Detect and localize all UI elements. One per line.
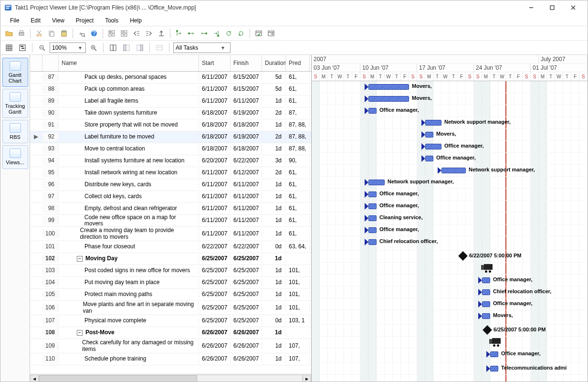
cell-start[interactable]: 6/11/2007 — [199, 180, 231, 189]
collapse-all-icon[interactable] — [118, 28, 130, 39]
gantt-bar[interactable] — [490, 351, 498, 357]
cell-predecessors[interactable]: 61, — [286, 192, 310, 201]
gantt-bar[interactable] — [368, 191, 377, 197]
cell-name[interactable]: Put moving day team in place — [59, 278, 199, 286]
cell-finish[interactable]: 6/18/2007 — [231, 145, 262, 153]
cell-name[interactable]: Protect main moving paths — [59, 290, 199, 298]
outdent-icon[interactable] — [131, 28, 142, 39]
cell-finish[interactable]: 6/25/2007 — [231, 255, 262, 263]
link-end-icon[interactable] — [210, 28, 222, 39]
cell-predecessors[interactable]: 61, — [286, 73, 310, 81]
cell-predecessors[interactable]: 107, — [286, 342, 310, 350]
cell-name[interactable]: Install systems furniture at new locatio… — [59, 157, 199, 165]
filter-combo[interactable]: ▾ — [173, 42, 231, 53]
details-icon[interactable] — [154, 42, 165, 53]
cell-name[interactable]: Code new office space on a map for mover… — [59, 213, 199, 228]
cell-predecessors[interactable]: 63, 64, — [286, 243, 310, 251]
cell-name[interactable]: Collect old keys, cards — [59, 192, 199, 201]
cell-predecessors[interactable] — [286, 258, 310, 260]
cell-finish[interactable]: 6/12/2007 — [231, 169, 262, 177]
cell-predecessors[interactable]: 61, — [286, 85, 310, 93]
indent-icon[interactable] — [143, 28, 155, 39]
zoom-combo[interactable]: ▾ — [50, 42, 86, 53]
cell-start[interactable]: 6/18/2007 — [199, 145, 231, 153]
cell-finish[interactable]: 6/19/2007 — [231, 133, 262, 141]
cell-finish[interactable]: 6/19/2007 — [231, 109, 262, 117]
cell-start[interactable]: 6/25/2007 — [199, 304, 231, 312]
views-button[interactable]: Views... — [2, 145, 28, 169]
scroll-left-icon[interactable]: ◂ — [30, 375, 39, 382]
task-row[interactable]: 99Code new office space on a map for mov… — [30, 215, 311, 227]
cell-duration[interactable]: 3d — [262, 157, 286, 165]
gantt-bar[interactable] — [441, 168, 466, 173]
cell-predecessors[interactable]: 87, — [286, 109, 310, 117]
cell-name[interactable]: Pack up desks, personal spaces — [59, 73, 199, 81]
help-icon[interactable]: ? — [88, 28, 100, 39]
cell-start[interactable]: 6/11/2007 — [199, 73, 231, 81]
task-row[interactable]: 106Move plants and fine art in separate … — [30, 301, 311, 315]
menu-item-help[interactable]: Help — [125, 16, 147, 25]
cell-predecessors[interactable]: 103, 1 — [286, 317, 310, 325]
cell-predecessors[interactable]: 87, 88, — [286, 145, 310, 153]
cell-duration[interactable]: 1d — [262, 355, 286, 363]
task-row[interactable]: 105Protect main moving paths6/25/20076/2… — [30, 289, 311, 301]
cell-finish[interactable]: 6/11/2007 — [231, 230, 262, 238]
gantt-bar[interactable] — [368, 215, 377, 221]
gantt-bar[interactable] — [368, 203, 377, 209]
task-row[interactable]: 90Take down systems furniture6/18/20076/… — [30, 107, 311, 119]
gantt-bar[interactable] — [482, 301, 490, 307]
cell-name[interactable]: Physical move complete — [59, 317, 199, 325]
find-icon[interactable] — [76, 28, 87, 39]
cell-duration[interactable]: 1d — [262, 329, 286, 337]
zoom-input[interactable] — [52, 44, 76, 51]
gantt-bar[interactable] — [482, 277, 490, 283]
goto-date-icon[interactable] — [265, 28, 277, 39]
cell-name[interactable]: Label furniture to be moved — [59, 133, 199, 141]
cell-name[interactable]: −Moving Day — [59, 255, 199, 263]
grid-scrollbar[interactable]: ◂ ▸ — [30, 374, 311, 382]
column-header-start[interactable]: Start — [199, 55, 231, 71]
cell-name[interactable]: Pack up common areas — [59, 85, 199, 93]
cell-finish[interactable]: 6/26/2007 — [231, 329, 262, 337]
cell-duration[interactable]: 5d — [262, 73, 286, 81]
gantt-bar[interactable] — [368, 84, 409, 90]
cell-name[interactable]: −Post-Move — [59, 329, 199, 337]
cell-duration[interactable]: 0d — [262, 243, 286, 251]
task-row[interactable]: 93Move to central location6/18/20076/18/… — [30, 143, 311, 155]
zoom-in-icon[interactable] — [88, 42, 99, 53]
task-row[interactable]: 96Distribute new keys, cards6/11/20076/1… — [30, 179, 311, 191]
milestone-icon[interactable] — [483, 325, 492, 335]
cell-name[interactable]: Install network wiring at new location — [59, 169, 199, 177]
task-row[interactable]: 94Install systems furniture at new locat… — [30, 155, 311, 167]
export-icon[interactable] — [156, 28, 167, 39]
open-icon[interactable] — [3, 28, 15, 39]
copy-icon[interactable] — [46, 28, 57, 39]
gantt-body[interactable]: Movers,Movers,Office manager,Network sup… — [312, 81, 588, 382]
cell-finish[interactable]: 6/25/2007 — [231, 266, 262, 275]
cell-duration[interactable]: 1d — [262, 278, 286, 286]
cell-duration[interactable]: 2d — [262, 169, 286, 177]
cell-predecessors[interactable]: 101, — [286, 266, 310, 275]
cell-start[interactable]: 6/25/2007 — [199, 278, 231, 286]
menu-item-edit[interactable]: Edit — [26, 16, 45, 25]
expand-all-icon[interactable] — [106, 28, 117, 39]
cell-duration[interactable]: 1d — [262, 204, 286, 212]
task-row[interactable]: 110Schedule phone training6/26/20076/26/… — [30, 353, 311, 365]
column-header-name[interactable]: Name — [59, 55, 199, 71]
cell-duration[interactable]: 5d — [262, 85, 286, 93]
cell-name[interactable]: Label all fragile items — [59, 97, 199, 105]
scroll-track[interactable] — [39, 375, 303, 382]
cell-finish[interactable]: 6/25/2007 — [231, 290, 262, 298]
task-row[interactable]: 103Post coded signs in new office for mo… — [30, 265, 311, 277]
cell-name[interactable]: Create a moving day team to provide dire… — [59, 226, 199, 241]
cell-start[interactable]: 6/26/2007 — [199, 355, 231, 363]
cell-finish[interactable]: 6/11/2007 — [231, 192, 262, 201]
cell-predecessors[interactable]: 61, — [286, 180, 310, 189]
cell-start[interactable]: 6/26/2007 — [199, 342, 231, 350]
cell-finish[interactable]: 6/15/2007 — [231, 85, 262, 93]
menu-item-project[interactable]: Project — [71, 16, 98, 25]
cell-finish[interactable]: 6/22/2007 — [231, 157, 262, 165]
cell-start[interactable]: 6/18/2007 — [199, 133, 231, 141]
scroll-right-icon[interactable]: ▸ — [303, 375, 311, 382]
cell-duration[interactable]: 1d — [262, 290, 286, 298]
